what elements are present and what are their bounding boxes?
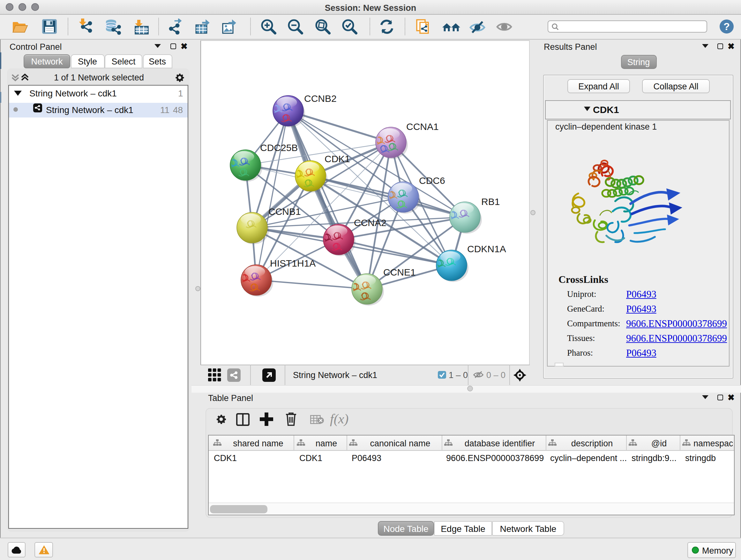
svg-text:CCNB2: CCNB2: [304, 93, 337, 104]
svg-text:CCNA1: CCNA1: [406, 121, 439, 132]
svg-text:CDC25B: CDC25B: [260, 142, 298, 153]
svg-text:?: ?: [723, 21, 730, 32]
svg-text:CCNA2: CCNA2: [354, 217, 387, 228]
svg-text:CCNE1: CCNE1: [383, 267, 416, 277]
svg-text:CDK1: CDK1: [325, 153, 350, 164]
svg-text:CDKN1A: CDKN1A: [467, 244, 506, 254]
svg-text:CCNB1: CCNB1: [268, 206, 301, 217]
svg-text:HIST1H1A: HIST1H1A: [270, 258, 316, 268]
svg-text:CDC6: CDC6: [419, 175, 445, 186]
svg-text:RB1: RB1: [481, 196, 500, 207]
